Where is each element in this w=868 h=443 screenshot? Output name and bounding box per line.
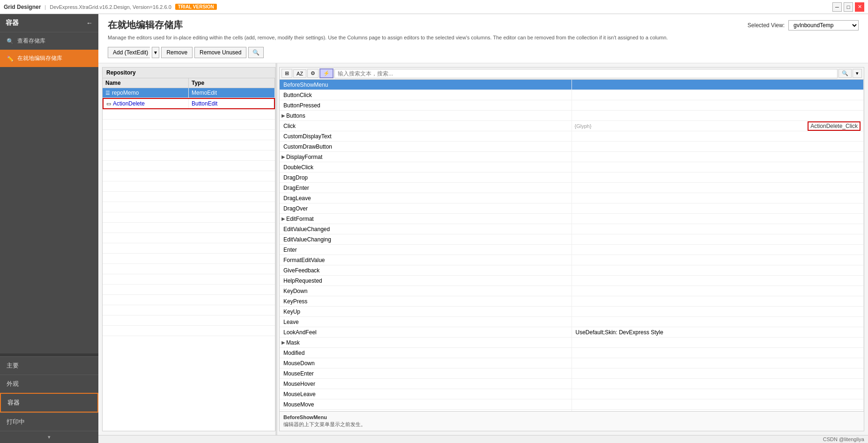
props-cell-value-editvaluechanged: [572, 224, 864, 234]
props-tool-alphabetical[interactable]: AZ: [293, 69, 306, 78]
add-textEdit-button[interactable]: Add (TextEdit): [108, 47, 150, 58]
props-row-editvaluechanging[interactable]: EditValueChanging: [280, 234, 864, 245]
props-tool-events[interactable]: ⚡: [319, 68, 334, 78]
sidebar-bottom-main-label: 主要: [7, 362, 19, 369]
props-row-buttonpressed[interactable]: ButtonPressed: [280, 100, 864, 111]
props-row-dragover[interactable]: DragOver: [280, 203, 864, 214]
buttons-expand-icon: ▶: [282, 113, 285, 118]
props-row-enter[interactable]: Enter: [280, 245, 864, 255]
props-row-doubleclick[interactable]: DoubleClick: [280, 162, 864, 173]
view-repo-icon: 🔍: [7, 38, 14, 45]
props-cell-name-dragdrop: DragDrop: [280, 173, 572, 182]
props-row-displayformat[interactable]: ▶DisplayFormat: [280, 152, 864, 162]
props-cell-value-mouseleave: [572, 389, 864, 399]
remove-unused-button[interactable]: Remove Unused: [194, 47, 246, 58]
props-expand-button[interactable]: ▾: [853, 69, 862, 78]
props-row-editvaluechanged[interactable]: EditValueChanged: [280, 224, 864, 234]
repository-panel: Repository Name Type ☰ repoMemo MemoEdit: [102, 67, 275, 431]
repository-table: ☰ repoMemo MemoEdit ▭ ActionDelete Butto…: [103, 88, 275, 431]
props-cell-name-dragenter: DragEnter: [280, 183, 572, 193]
selected-view-label: Selected View:: [748, 22, 785, 29]
props-row-click[interactable]: Click {Glyph} ActionDelete_Click: [280, 121, 864, 131]
props-row-mousehover[interactable]: MouseHover: [280, 379, 864, 389]
props-row-editformat[interactable]: ▶EditFormat: [280, 214, 864, 224]
props-cell-value-buttonclick: [572, 90, 864, 100]
repo-row-actiondelete[interactable]: ▭ ActionDelete ButtonEdit: [103, 98, 275, 109]
repomemo-icon: ☰: [105, 90, 110, 96]
props-row-leave[interactable]: Leave: [280, 317, 864, 327]
sidebar-bottom-printing-label: 打印中: [7, 418, 25, 425]
props-cell-name-mouseenter: MouseEnter: [280, 368, 572, 378]
sidebar-bottom-main[interactable]: 主要: [0, 356, 98, 375]
trial-badge: TRIAL VERSION: [175, 4, 217, 10]
main-layout: 容器 ← 🔍 查看存储库 ✏️ 在就地编辑存储库 主要 外观 容器: [0, 14, 868, 443]
props-row-buttonclick[interactable]: ButtonClick: [280, 90, 864, 100]
click-glyph-label: {Glyph}: [575, 123, 592, 129]
props-row-givefeedback[interactable]: GiveFeedback: [280, 265, 864, 276]
props-tool-settings[interactable]: ⚙: [307, 69, 319, 78]
props-row-keydown[interactable]: KeyDown: [280, 286, 864, 296]
props-cell-value-customdisplaytext: [572, 131, 864, 141]
props-row-formateditvalue[interactable]: FormatEditValue: [280, 255, 864, 265]
props-cell-name-helprequested: HelpRequested: [280, 276, 572, 285]
repo-empty-row-17: [103, 274, 275, 285]
remove-button[interactable]: Remove: [161, 47, 193, 58]
repo-empty-row-21: [103, 315, 275, 326]
props-row-lookandfeel[interactable]: LookAndFeel UseDefault;Skin: DevExpress …: [280, 327, 864, 338]
props-row-helprequested[interactable]: HelpRequested: [280, 276, 864, 286]
repo-empty-row-6: [103, 161, 275, 171]
props-row-mousedown[interactable]: MouseDown: [280, 358, 864, 368]
minimize-button[interactable]: ─: [832, 2, 842, 12]
props-cell-name-beforeshowmenu: BeforeShowMenu: [280, 80, 572, 90]
sidebar-title: 容器: [6, 19, 19, 27]
sidebar-bottom-appearance[interactable]: 外观: [0, 375, 98, 393]
props-cell-name-mousemove: MouseMove: [280, 399, 572, 409]
props-row-dragenter[interactable]: DragEnter: [280, 183, 864, 193]
props-cell-name-keyup: KeyUp: [280, 307, 572, 316]
props-row-mask[interactable]: ▶Mask: [280, 338, 864, 348]
props-row-mousemove[interactable]: MouseMove: [280, 399, 864, 410]
sidebar-bottom-container[interactable]: 容器: [0, 393, 98, 413]
props-cell-value-enter: [572, 245, 864, 255]
app-title: Grid Designer: [4, 4, 41, 10]
props-cell-value-dragenter: [572, 183, 864, 193]
props-row-mouseenter[interactable]: MouseEnter: [280, 368, 864, 379]
props-search-button[interactable]: 🔍: [838, 69, 852, 78]
props-row-modified[interactable]: Modified: [280, 348, 864, 358]
props-row-customdisplaytext[interactable]: CustomDisplayText: [280, 131, 864, 142]
selected-view-select[interactable]: gvInboundTemp: [788, 20, 859, 30]
content-title-row: 在就地编辑存储库 Selected View: gvInboundTemp: [108, 19, 859, 31]
sidebar-bottom-printing[interactable]: 打印中: [0, 413, 98, 431]
props-row-dragdrop[interactable]: DragDrop: [280, 173, 864, 183]
props-footer-desc: 编辑器的上下文菜单显示之前发生。: [283, 421, 860, 428]
sidebar-item-edit-repo[interactable]: ✏️ 在就地编辑存储库: [0, 50, 98, 67]
props-cell-value-buttons: [572, 111, 864, 120]
props-tool-categorized[interactable]: ⊞: [282, 69, 292, 78]
props-row-keypress[interactable]: KeyPress: [280, 296, 864, 307]
sidebar-expand-button[interactable]: ▾: [0, 431, 98, 443]
props-row-keyup[interactable]: KeyUp: [280, 307, 864, 317]
sidebar-item-view-repo[interactable]: 🔍 查看存储库: [0, 32, 98, 50]
add-dropdown-button[interactable]: ▾: [152, 47, 159, 58]
repo-empty-row-14: [103, 243, 275, 254]
props-row-mouseleave[interactable]: MouseLeave: [280, 389, 864, 399]
props-cell-value-givefeedback: [572, 265, 864, 275]
props-cell-value-dragleave: [572, 193, 864, 203]
repo-col-name: Name: [103, 78, 189, 88]
repo-empty-row-16: [103, 264, 275, 274]
repomemo-name: repoMemo: [112, 90, 139, 96]
props-row-buttons[interactable]: ▶Buttons: [280, 111, 864, 121]
properties-table: BeforeShowMenu ButtonClick ButtonPressed: [280, 80, 864, 411]
close-button[interactable]: ✕: [855, 2, 864, 12]
props-row-dragleave[interactable]: DragLeave: [280, 193, 864, 203]
sidebar-back-button[interactable]: ←: [86, 19, 93, 27]
props-row-customdrawbutton[interactable]: CustomDrawButton: [280, 142, 864, 152]
props-cell-value-modified: [572, 348, 864, 358]
content-description: Manage the editors used for in-place edi…: [108, 34, 859, 41]
props-search-input[interactable]: [334, 69, 838, 78]
titlebar-controls: ─ □ ✕: [832, 2, 864, 12]
props-row-beforeshowmenu[interactable]: BeforeShowMenu: [280, 80, 864, 90]
toolbar-search-button[interactable]: 🔍: [248, 47, 264, 58]
restore-button[interactable]: □: [844, 2, 853, 12]
repo-row-repomemo[interactable]: ☰ repoMemo MemoEdit: [103, 88, 275, 98]
